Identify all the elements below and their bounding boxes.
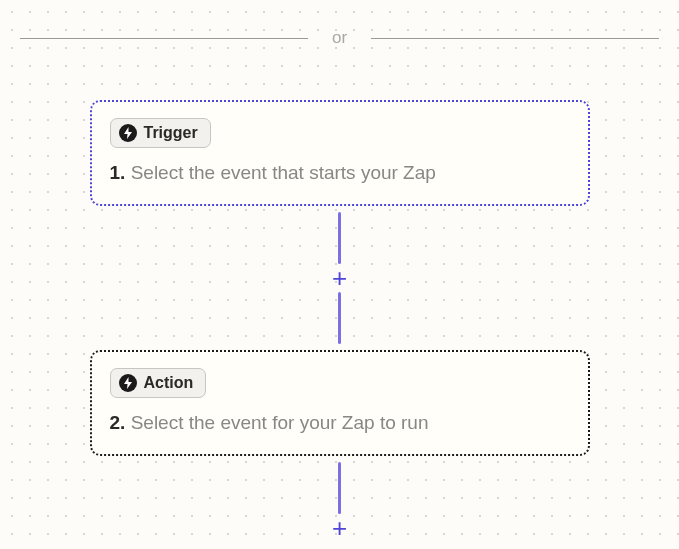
connector-line bbox=[338, 292, 341, 344]
action-step-text: 2. Select the event for your Zap to run bbox=[110, 412, 570, 434]
trigger-badge-label: Trigger bbox=[144, 124, 198, 142]
trigger-step-number: 1. bbox=[110, 162, 126, 183]
divider-line-right bbox=[371, 38, 659, 39]
trigger-step-card[interactable]: Trigger 1. Select the event that starts … bbox=[90, 100, 590, 206]
zap-canvas: Trigger 1. Select the event that starts … bbox=[0, 100, 679, 540]
connector-2: + bbox=[328, 456, 352, 540]
action-step-number: 2. bbox=[110, 412, 126, 433]
divider-line-left bbox=[20, 38, 308, 39]
connector-1: + bbox=[328, 206, 352, 350]
action-step-card[interactable]: Action 2. Select the event for your Zap … bbox=[90, 350, 590, 456]
lightning-icon bbox=[119, 124, 137, 142]
add-step-button[interactable]: + bbox=[328, 516, 352, 540]
lightning-icon bbox=[119, 374, 137, 392]
plus-icon: + bbox=[332, 265, 347, 291]
add-step-button[interactable]: + bbox=[328, 266, 352, 290]
plus-icon: + bbox=[332, 515, 347, 541]
or-label: or bbox=[308, 28, 371, 48]
action-badge: Action bbox=[110, 368, 207, 398]
connector-line bbox=[338, 212, 341, 264]
trigger-step-text: 1. Select the event that starts your Zap bbox=[110, 162, 570, 184]
trigger-badge: Trigger bbox=[110, 118, 211, 148]
trigger-step-description: Select the event that starts your Zap bbox=[131, 162, 436, 183]
action-badge-label: Action bbox=[144, 374, 194, 392]
connector-line bbox=[338, 462, 341, 514]
action-step-description: Select the event for your Zap to run bbox=[131, 412, 429, 433]
or-divider: or bbox=[0, 28, 679, 48]
